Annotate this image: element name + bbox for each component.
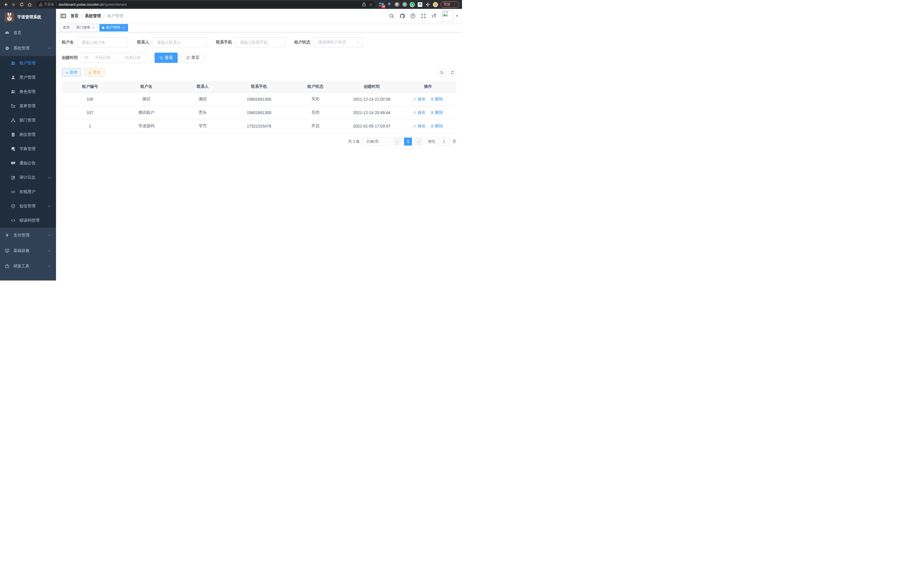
sidebar-item-home[interactable]: 首页 [0,25,56,41]
sidebar-item-label: 支付管理 [14,233,44,238]
sidebar-item-menus[interactable]: 菜单管理 [0,99,56,113]
user-avatar[interactable] [442,10,453,22]
help-icon[interactable] [410,14,416,19]
fullscreen-icon[interactable] [421,14,426,19]
sidebar-item-notices[interactable]: 通知公告 [0,156,56,170]
sidebar-item-tenant[interactable]: 租户管理 [0,56,56,70]
field-label: 租户状态 [294,40,310,45]
mobile-input[interactable] [236,37,285,47]
sidebar-item-error-codes[interactable]: 错误码管理 [0,213,56,228]
sidebar-item-audit-log[interactable]: 审计日志 [0,170,56,185]
contact-input[interactable] [153,37,207,47]
sidebar-item-label: 在线用户 [20,189,51,194]
tab-manager-extension-icon[interactable]: 10 [379,2,384,7]
sidebar-item-departments[interactable]: 部门管理 [0,113,56,128]
next-icon: › [418,139,420,144]
col-header: 联系手机 [231,81,287,92]
id-badge-icon [11,132,15,137]
filter-tenant-name: 租户名 [62,37,128,47]
y-extension-icon[interactable]: y [410,2,415,7]
edit-link[interactable]: 修改 [413,110,425,115]
col-header: 租户名 [118,81,174,92]
browser-update-button[interactable]: 更新 ⋮ [441,2,459,8]
goto-label: 前往 [428,139,435,144]
org-chart-icon [11,118,15,123]
sidebar-item-sms[interactable]: 短信管理 [0,199,56,213]
command-glyph: ⌘ [395,3,399,6]
browser-forward-icon[interactable] [11,2,16,8]
sidebar-item-online-users[interactable]: 在线用户 [0,185,56,199]
sidebar-item-posts[interactable]: 岗位管理 [0,128,56,142]
app-logo-row[interactable]: 芋道管理系统 [0,9,56,25]
share-icon[interactable] [362,2,366,7]
date-range-picker[interactable]: 开始日期 - 结束日期 [81,53,148,63]
delete-link[interactable]: 删除 [430,123,443,129]
chevron-down-icon [385,140,388,143]
url-host: dashboard.yudao.iocoder.cn [58,3,104,7]
tenant-name-input[interactable] [77,37,128,47]
dashboard-icon [5,31,9,35]
browser-menu-icon[interactable]: ⋮ [453,3,456,6]
prev-icon: ‹ [397,139,398,144]
refresh-table-button[interactable] [448,69,456,76]
tag-close-icon[interactable]: × [122,26,125,30]
status-select[interactable]: 请选择租户状态 [314,37,363,47]
sidebar-item-payment[interactable]: ¥ 支付管理 [0,228,56,243]
bookmark-star-icon[interactable]: ☆ [369,3,373,7]
sidebar-item-roles[interactable]: 角色管理 [0,85,56,99]
profile-avatar-icon[interactable] [433,2,438,7]
top-navbar: 首页 / 系统管理 / 租户管理 TT ▾ [56,9,462,23]
command-extension-icon[interactable]: ⌘ [394,2,399,7]
chat-extension-icon[interactable] [417,2,423,7]
sidebar-item-label: 错误码管理 [20,218,51,223]
sidebar-item-users[interactable]: 用户管理 [0,70,56,85]
browser-back-icon[interactable] [3,2,9,8]
cell-mobile: 17321315478 [231,119,287,133]
sidebar-item-system[interactable]: 系统管理 [0,41,56,56]
sidebar-fold-icon[interactable] [60,13,66,19]
kite-extension-icon[interactable] [387,2,392,7]
next-page-button[interactable]: › [415,138,423,146]
download-icon [88,71,92,74]
tag-close-icon[interactable]: × [92,26,95,30]
page-size-select[interactable]: 10条/页 [363,138,390,146]
breadcrumb-home[interactable]: 首页 [70,14,79,19]
font-size-icon[interactable]: TT [431,14,436,18]
tag-home[interactable]: 首页 [60,24,72,32]
recorder-extension-icon[interactable] [402,2,407,7]
tag-label: 租户管理 [106,25,120,30]
address-bar[interactable]: 不安全 dashboard.yudao.iocoder.cn/system/te… [36,1,375,8]
sidebar-item-infrastructure[interactable]: 基础设施 [0,243,56,259]
avatar-caret-icon[interactable]: ▾ [456,14,458,18]
export-button[interactable]: 导出 [84,68,105,77]
edit-link[interactable]: 修改 [413,97,425,102]
breadcrumb-system[interactable]: 系统管理 [85,14,101,19]
security-status[interactable]: 不安全 [39,2,54,7]
github-icon[interactable] [400,14,405,19]
delete-link[interactable]: 删除 [430,97,443,102]
search-button[interactable]: 搜索 [154,53,178,63]
add-button[interactable]: + 新增 [62,68,81,77]
delete-link[interactable]: 删除 [430,110,443,115]
tag-dept[interactable]: 部门管理× [74,24,98,32]
goto-page-input[interactable] [438,138,450,146]
chevron-down-icon [48,249,51,253]
tag-tenant[interactable]: 租户管理× [99,24,128,32]
puzzle-extensions-icon[interactable] [425,2,430,7]
sidebar-item-label: 岗位管理 [20,132,51,137]
trash-icon [430,111,434,114]
browser-home-icon[interactable] [27,2,33,8]
app-title: 芋道管理系统 [17,15,41,20]
filter-status: 租户状态 请选择租户状态 [294,37,363,47]
header-search-icon[interactable] [389,14,394,19]
browser-reload-icon[interactable] [19,2,25,8]
sidebar-item-dictionary[interactable]: 字典管理 [0,142,56,156]
current-page[interactable]: 1 [404,138,412,146]
field-label: 联系人 [137,40,149,45]
sidebar-item-devtools[interactable]: 研发工具 [0,259,56,274]
sidebar-item-label: 字典管理 [20,146,51,152]
toggle-search-button[interactable] [438,69,446,76]
edit-link[interactable]: 修改 [413,123,425,129]
prev-page-button[interactable]: ‹ [393,138,401,146]
reset-button[interactable]: 重置 [181,53,204,63]
